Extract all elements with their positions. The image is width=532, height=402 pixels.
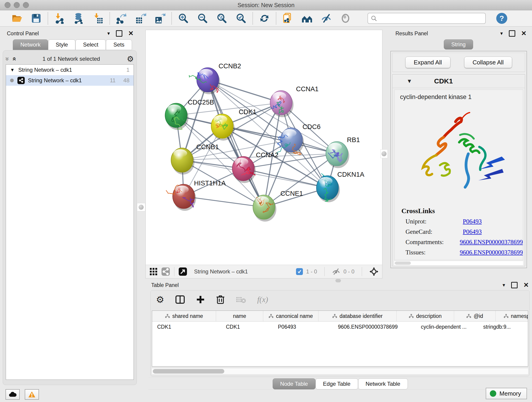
network-graph[interactable]: CCNB2CCNA1CDC25BCDK1CDC6RB1CCNB1CCNA2CDK… bbox=[146, 30, 382, 265]
tab-style[interactable]: Style bbox=[48, 39, 75, 50]
node-count: 11 bbox=[110, 77, 115, 84]
table-panel: Table Panel ▾ ✕ ⚙ f(x) shared name name bbox=[148, 281, 532, 389]
network-icon bbox=[17, 77, 25, 84]
title-bar: Session: New Session bbox=[0, 0, 532, 10]
warning-icon bbox=[28, 391, 36, 398]
show-all-icon[interactable] bbox=[340, 13, 351, 24]
network-node[interactable]: CCNE1 bbox=[253, 190, 303, 222]
tab-string[interactable]: String bbox=[444, 39, 473, 50]
network-options-gear-icon[interactable]: ⚙ bbox=[127, 55, 134, 63]
export-table-icon[interactable] bbox=[135, 13, 146, 24]
column-header[interactable]: database identifier bbox=[318, 311, 397, 321]
expand-all-button[interactable]: Expand All bbox=[405, 57, 450, 68]
table-close-panel-icon[interactable]: ✕ bbox=[524, 283, 529, 288]
import-database-icon[interactable] bbox=[73, 13, 84, 24]
crosslink-genecard-link[interactable]: P06493 bbox=[463, 228, 482, 235]
create-column-icon[interactable] bbox=[196, 295, 205, 304]
open-session-icon[interactable] bbox=[12, 13, 22, 24]
search-input[interactable] bbox=[377, 14, 485, 23]
clone-network-icon[interactable] bbox=[282, 13, 293, 24]
column-header[interactable]: @id bbox=[454, 311, 496, 321]
column-header[interactable]: name bbox=[216, 311, 263, 321]
table-row[interactable]: CDK1 CDK1 P06493 9606.ENSP00000378699 cy… bbox=[152, 322, 528, 332]
network-canvas[interactable]: CCNB2CCNA1CDC25BCDK1CDC6RB1CCNB1CCNA2CDK… bbox=[146, 30, 382, 265]
gene-entry-header[interactable]: ▼ CDK1 bbox=[393, 75, 525, 88]
crosslink-label: Compartments: bbox=[405, 239, 460, 246]
results-float-panel-icon[interactable] bbox=[509, 30, 515, 37]
network-node[interactable]: HIST1H1A bbox=[166, 179, 226, 211]
table-horizontal-scrollbar[interactable] bbox=[152, 368, 528, 374]
right-splitter-handle[interactable] bbox=[380, 149, 388, 158]
hide-selected-icon[interactable] bbox=[321, 13, 332, 24]
network-collection-row[interactable]: ▼ String Network – cdk1 1 bbox=[6, 65, 133, 75]
expand-all-icon[interactable]: » bbox=[10, 57, 18, 61]
birdseye-toggle-icon[interactable] bbox=[369, 267, 379, 276]
column-header[interactable]: canonical name bbox=[263, 311, 318, 321]
tab-select[interactable]: Select bbox=[75, 39, 106, 50]
delete-table-icon bbox=[236, 296, 246, 303]
network-node[interactable]: CCNA1 bbox=[270, 85, 318, 117]
network-row[interactable]: String Network – cdk1 11 48 bbox=[6, 75, 133, 86]
network-node[interactable]: RB1 bbox=[326, 136, 360, 168]
cloud-status-button[interactable] bbox=[6, 389, 20, 400]
column-type-icon bbox=[504, 314, 509, 318]
import-table-icon[interactable] bbox=[93, 13, 104, 24]
export-image-icon[interactable] bbox=[154, 13, 165, 24]
collection-expand-icon[interactable]: ▼ bbox=[10, 67, 15, 73]
table-options-gear-icon[interactable]: ⚙ bbox=[156, 296, 164, 303]
results-scrollbar[interactable] bbox=[394, 261, 523, 265]
tab-edge-table[interactable]: Edge Table bbox=[316, 378, 358, 389]
help-button[interactable]: ? bbox=[496, 13, 507, 24]
selected-checkbox[interactable] bbox=[296, 268, 303, 275]
network-share-icon[interactable] bbox=[161, 267, 170, 276]
results-panel-menu-icon[interactable]: ▾ bbox=[500, 31, 503, 36]
entry-collapse-icon[interactable]: ▼ bbox=[407, 78, 412, 84]
panel-menu-icon[interactable]: ▾ bbox=[107, 31, 110, 36]
external-view-icon[interactable] bbox=[178, 267, 187, 276]
application-window: Session: New Session bbox=[0, 0, 532, 402]
export-network-icon[interactable] bbox=[116, 13, 127, 24]
network-node[interactable]: CDC6 bbox=[277, 123, 321, 155]
first-neighbors-icon[interactable] bbox=[302, 13, 312, 24]
zoom-selected-icon[interactable] bbox=[235, 13, 247, 24]
delete-column-icon[interactable] bbox=[216, 295, 225, 304]
crosslink-pharos-link[interactable]: P06493 bbox=[463, 259, 482, 260]
float-panel-icon[interactable] bbox=[116, 30, 122, 37]
zoom-fit-icon[interactable] bbox=[216, 13, 227, 24]
node-label: CCNB1 bbox=[196, 143, 219, 151]
save-session-icon[interactable] bbox=[31, 13, 42, 24]
collapse-all-button[interactable]: Collapse All bbox=[464, 57, 512, 68]
tab-sets[interactable]: Sets bbox=[106, 39, 132, 50]
current-network-title: String Network – cdk1 bbox=[194, 268, 248, 275]
zoom-out-icon[interactable] bbox=[197, 13, 208, 24]
network-view-panel: CCNB2CCNA1CDC25BCDK1CDC6RB1CCNB1CCNA2CDK… bbox=[146, 30, 382, 279]
memory-label: Memory bbox=[500, 390, 521, 397]
tab-network[interactable]: Network bbox=[13, 39, 48, 50]
results-close-panel-icon[interactable]: ✕ bbox=[521, 31, 526, 36]
network-node[interactable]: CDKN1A bbox=[317, 171, 364, 202]
crosslink-label: Tissues: bbox=[405, 249, 460, 256]
warnings-button[interactable] bbox=[25, 389, 39, 400]
column-header[interactable]: shared name bbox=[152, 311, 216, 321]
tab-node-table[interactable]: Node Table bbox=[273, 378, 316, 389]
gene-entry: ▼ CDK1 cyclin-dependent kinase 1 bbox=[392, 74, 525, 266]
memory-button[interactable]: Memory bbox=[486, 388, 527, 399]
refresh-icon[interactable] bbox=[259, 13, 270, 24]
table-float-panel-icon[interactable] bbox=[511, 282, 518, 288]
crosslink-uniprot-link[interactable]: P06493 bbox=[463, 218, 482, 225]
column-header[interactable]: namespace bbox=[496, 311, 528, 321]
column-header[interactable]: description bbox=[397, 311, 454, 321]
crosslink-compartments-link[interactable]: 9606.ENSP00000378699 bbox=[460, 239, 523, 246]
left-splitter-handle[interactable] bbox=[137, 203, 145, 211]
show-columns-icon[interactable] bbox=[175, 295, 185, 304]
crosslink-tissues-link[interactable]: 9606.ENSP00000378699 bbox=[460, 249, 523, 256]
tab-network-table[interactable]: Network Table bbox=[358, 378, 408, 389]
zoom-in-icon[interactable] bbox=[178, 13, 189, 24]
grid-view-icon[interactable] bbox=[149, 268, 158, 276]
control-panel-title: Control Panel bbox=[3, 31, 39, 37]
close-panel-icon[interactable]: ✕ bbox=[128, 31, 133, 36]
import-network-icon[interactable] bbox=[54, 13, 65, 24]
table-panel-menu-icon[interactable]: ▾ bbox=[502, 282, 505, 288]
network-node[interactable]: CDC25B bbox=[165, 99, 214, 130]
network-node[interactable]: CCNB2 bbox=[189, 62, 241, 94]
